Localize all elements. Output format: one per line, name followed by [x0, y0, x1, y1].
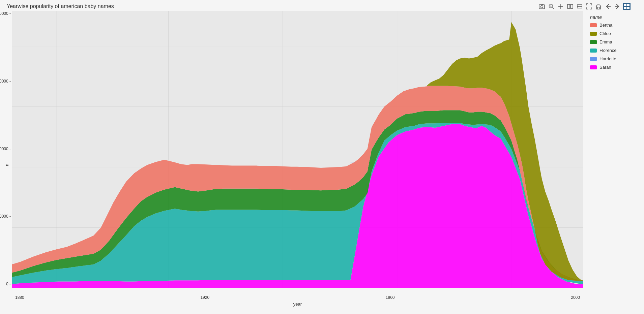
x-tick-1960: 1960 [386, 295, 395, 300]
x-axis-ticks: 1880 1920 1960 2000 [12, 295, 583, 300]
y-axis-ticks: 0 - 10000 - 20000 - 30000 - 40000 - [0, 11, 11, 288]
legend-label-emma: Emma [599, 39, 612, 44]
home-icon[interactable] [595, 3, 602, 10]
svg-rect-12 [598, 7, 599, 9]
legend-item-sarah: Sarah [590, 65, 637, 70]
legend-item-harriette: Harriette [590, 56, 637, 61]
legend-color-chloe [590, 32, 597, 36]
svg-rect-9 [570, 4, 573, 8]
y-tick-40000: 40000 - [0, 11, 11, 16]
legend-label-bertha: Bertha [599, 23, 612, 28]
legend-color-sarah [590, 65, 597, 69]
chart-svg [12, 11, 583, 288]
legend-title: name [590, 14, 637, 20]
fullscreen-icon[interactable] [585, 3, 593, 10]
svg-rect-15 [624, 4, 626, 6]
left-arrow-icon[interactable] [604, 3, 612, 10]
svg-point-1 [541, 6, 543, 8]
y-tick-30000: 30000 - [0, 79, 11, 84]
camera-icon[interactable] [538, 3, 546, 10]
shrink-icon[interactable] [576, 3, 583, 10]
svg-rect-8 [567, 4, 570, 8]
legend-label-sarah: Sarah [599, 65, 611, 70]
legend-label-harriette: Harriette [599, 56, 616, 61]
x-tick-1920: 1920 [200, 295, 209, 300]
legend-color-bertha [590, 23, 597, 27]
zoom-in-icon[interactable] [548, 3, 555, 10]
plot-area[interactable]: 0 - 10000 - 20000 - 30000 - 40000 - 1880… [12, 11, 583, 288]
svg-rect-18 [627, 7, 630, 9]
right-arrow-icon[interactable] [614, 3, 621, 10]
legend-item-florence: Florence [590, 48, 637, 53]
chart-wrapper: n 0 - 10000 - 20000 - 30000 - 40000 - 18… [3, 11, 644, 305]
legend-color-florence [590, 49, 597, 53]
y-tick-0: 0 - [0, 282, 11, 286]
legend-color-harriette [590, 57, 597, 61]
grid-view-icon[interactable] [623, 3, 631, 10]
legend-label-chloe: Chloe [599, 31, 611, 36]
x-tick-1880: 1880 [15, 295, 24, 300]
svg-line-3 [553, 8, 554, 9]
chart-container: Yearwise popularity of american baby nam… [0, 0, 644, 314]
x-axis-title: year [293, 302, 302, 307]
legend-item-chloe: Chloe [590, 31, 637, 36]
legend: name Bertha Chloe Emma Florence [587, 11, 641, 76]
legend-color-emma [590, 40, 597, 44]
plus-icon[interactable] [557, 3, 564, 10]
x-tick-2000: 2000 [571, 295, 580, 300]
svg-rect-16 [627, 4, 630, 6]
chart-inner: 0 - 10000 - 20000 - 30000 - 40000 - 1880… [12, 11, 644, 305]
y-tick-20000: 20000 - [0, 147, 11, 151]
toolbar [538, 3, 631, 10]
legend-label-florence: Florence [599, 48, 617, 53]
expand-h-icon[interactable] [566, 3, 574, 10]
legend-item-emma: Emma [590, 39, 637, 44]
y-tick-10000: 10000 - [0, 214, 11, 219]
legend-item-bertha: Bertha [590, 23, 637, 28]
svg-rect-17 [624, 7, 626, 9]
